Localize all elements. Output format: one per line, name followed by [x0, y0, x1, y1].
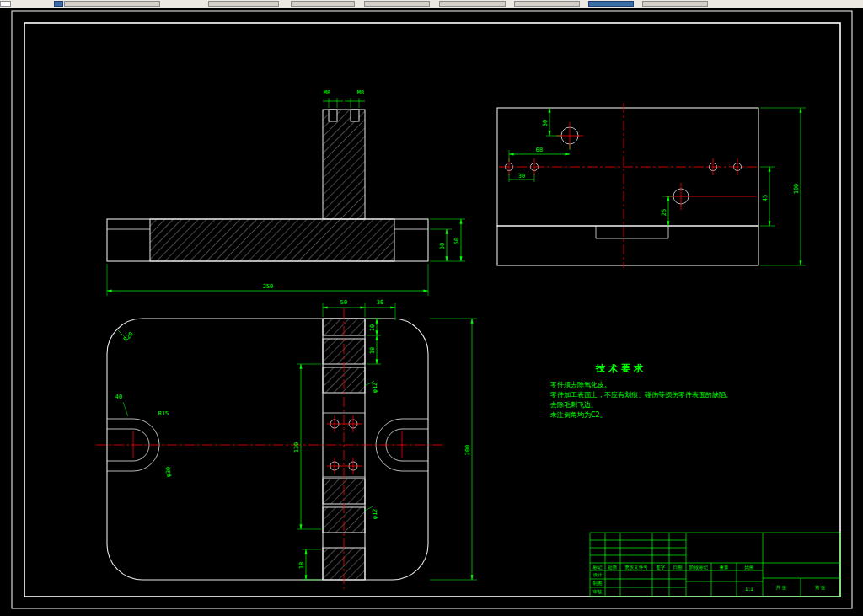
dim-label: 38 — [439, 243, 446, 249]
title-block-label: 签字 — [657, 565, 667, 570]
dim-label: 36 — [377, 299, 383, 306]
dim-label: 10 — [369, 324, 376, 331]
plan-view — [107, 319, 428, 580]
title-block-label: 标记 — [592, 565, 603, 570]
tech-requirements-line: 零件须去除氧化皮。 — [550, 381, 611, 388]
toolbar-button[interactable] — [588, 1, 634, 7]
dim-label: 45 — [762, 195, 769, 201]
dim-label: 100 — [793, 184, 800, 195]
toolbar-button[interactable] — [54, 1, 63, 7]
toolbar — [0, 0, 863, 8]
cad-application-window: 250 38 50 M8 M8 — [0, 0, 863, 616]
front-section-view — [107, 110, 428, 261]
dim-label: R20 — [122, 330, 135, 343]
toolbar-button[interactable] — [0, 1, 11, 7]
dim-label: 18 — [369, 347, 376, 354]
dim-label: 50 — [453, 238, 460, 244]
plan-view-centerlines — [96, 308, 443, 590]
dim-label: 50 — [340, 299, 347, 306]
tech-requirements-title: 技术要求 — [595, 363, 646, 374]
toolbar-button[interactable] — [439, 1, 506, 7]
toolbar-button[interactable] — [642, 1, 708, 7]
toolbar-button[interactable] — [514, 1, 580, 7]
toolbar-button[interactable] — [291, 1, 355, 7]
title-block-label: 比例 — [745, 565, 754, 570]
title-block-label: 处数 — [608, 565, 619, 570]
plan-view-dimensions: 50 36 10 18 φ12 φ12 130 18 — [115, 299, 477, 580]
title-block-scale-value: 1:1 — [745, 586, 753, 592]
title-block-label: 第 张 — [815, 585, 826, 591]
dim-label: 130 — [293, 442, 300, 453]
dim-label: R15 — [158, 410, 169, 417]
title-block-label: 重量 — [720, 565, 730, 570]
dim-label: 200 — [464, 445, 471, 456]
base-section — [150, 219, 394, 261]
dim-label: 68 — [536, 147, 543, 153]
title-block-label: 制图 — [593, 581, 603, 587]
toolbar-button[interactable] — [208, 1, 279, 7]
dim-label: φ12 — [372, 509, 378, 520]
tap-notch-left — [329, 110, 337, 121]
tap-notch-right — [351, 110, 359, 121]
tech-requirements-line: 未注倒角均为C2。 — [549, 411, 607, 419]
dim-label: 30 — [518, 173, 525, 179]
title-block-label: 日期 — [673, 565, 683, 570]
side-view-centerlines — [499, 103, 757, 268]
technical-requirements: 技术要求 零件须去除氧化皮。 零件加工表面上，不应有划痕、碰伤等损伤零件表面的缺… — [549, 363, 732, 419]
title-block-label: 审核 — [593, 589, 603, 594]
dim-label: M8 — [357, 89, 364, 96]
title-block: 标记 处数 更改文件号 签字 日期 设计 制图 审核 阶段标记 重量 比例 1:… — [590, 533, 840, 597]
side-view-dimensions: 30 68 30 45 100 25 — [509, 108, 806, 265]
dim-label: φ12 — [372, 383, 378, 394]
side-view — [497, 108, 758, 265]
dim-label: 250 — [263, 283, 274, 290]
dim-label: 30 — [542, 120, 549, 126]
title-block-label: 阶段标记 — [689, 565, 709, 570]
title-block-label: 更改文件号 — [624, 565, 648, 570]
column-section — [323, 110, 365, 219]
title-block-label: 共 张 — [775, 585, 787, 591]
dim-label: 40 — [115, 394, 122, 400]
dim-label: φ30 — [165, 467, 172, 478]
drawing-canvas: 250 38 50 M8 M8 — [0, 0, 863, 616]
dim-label: 25 — [661, 209, 667, 216]
dim-label: M8 — [324, 89, 330, 96]
toolbar-button[interactable] — [364, 1, 430, 7]
toolbar-button[interactable] — [64, 1, 160, 7]
tech-requirements-line: 去除毛刺飞边。 — [549, 401, 598, 409]
tech-requirements-line: 零件加工表面上，不应有划痕、碰伤等损伤零件表面的缺陷。 — [550, 391, 732, 399]
title-block-label: 设计 — [593, 572, 603, 577]
drawing-frame — [12, 11, 852, 608]
front-view-dimensions: 250 38 50 M8 M8 — [107, 89, 465, 296]
dim-label: 18 — [298, 562, 305, 569]
